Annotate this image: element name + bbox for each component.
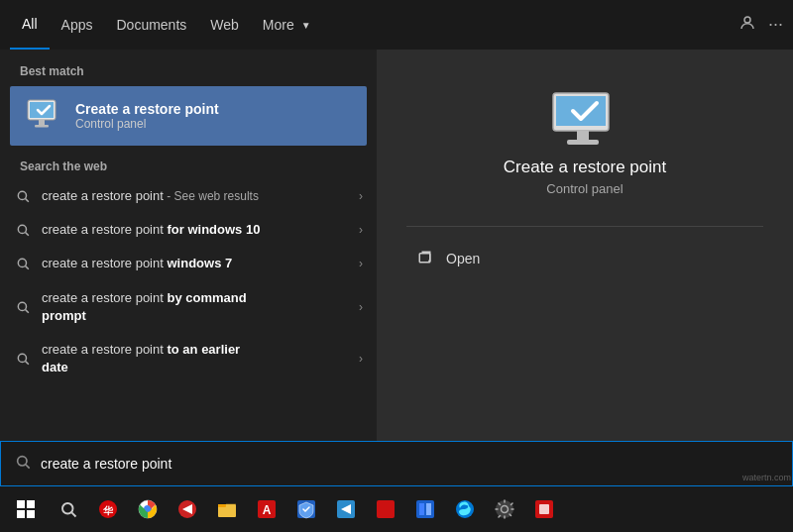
taskbar-security[interactable] xyxy=(287,490,325,528)
svg-point-28 xyxy=(62,503,73,514)
web-result-1[interactable]: create a restore point - See web results… xyxy=(0,179,377,213)
svg-rect-18 xyxy=(556,96,606,126)
best-match-sub: Control panel xyxy=(75,117,219,131)
web-result-text-1: create a restore point - See web results xyxy=(42,187,349,205)
web-section-title: Search the web xyxy=(0,146,377,179)
svg-rect-26 xyxy=(17,510,25,518)
svg-rect-24 xyxy=(17,500,25,508)
svg-rect-51 xyxy=(539,504,549,514)
chevron-right-2: › xyxy=(359,223,363,237)
taskbar-file-explorer[interactable] xyxy=(208,490,246,528)
taskbar-huawei[interactable]: 华 xyxy=(89,490,127,528)
best-match-item[interactable]: Create a restore point Control panel xyxy=(10,86,367,146)
svg-rect-21 xyxy=(419,254,430,263)
taskbar-edge[interactable] xyxy=(446,490,484,528)
svg-text:A: A xyxy=(263,503,272,517)
svg-line-13 xyxy=(26,309,29,312)
taskbar-chrome[interactable] xyxy=(129,490,167,528)
svg-point-12 xyxy=(18,302,26,310)
web-result-text-3: create a restore point windows 7 xyxy=(42,255,349,272)
svg-rect-3 xyxy=(30,102,54,118)
tab-web[interactable]: Web xyxy=(198,0,251,50)
start-button[interactable] xyxy=(4,490,48,528)
taskbar: 华 xyxy=(0,486,793,532)
svg-line-15 xyxy=(26,362,29,365)
web-result-5[interactable]: create a restore point to an earlierdate… xyxy=(0,333,377,384)
nav-tabs: All Apps Documents Web More ▼ ··· xyxy=(0,0,793,50)
restore-point-icon xyxy=(24,96,63,136)
svg-rect-46 xyxy=(426,503,431,515)
search-bar-icon xyxy=(15,454,31,474)
search-icon-2 xyxy=(14,221,32,239)
chevron-down-icon: ▼ xyxy=(301,20,311,31)
search-icon-5 xyxy=(14,350,32,368)
chevron-right-3: › xyxy=(359,257,363,270)
svg-line-7 xyxy=(26,199,29,202)
svg-point-10 xyxy=(18,260,26,267)
svg-rect-4 xyxy=(39,120,45,125)
right-app-sub: Control panel xyxy=(546,181,623,196)
search-bar-container xyxy=(0,441,793,486)
svg-rect-37 xyxy=(218,504,226,507)
svg-point-0 xyxy=(744,17,750,23)
open-icon xyxy=(416,249,436,268)
open-label: Open xyxy=(446,251,480,266)
taskbar-red-box[interactable] xyxy=(367,490,404,528)
svg-rect-20 xyxy=(567,140,599,145)
watermark: watertn.com xyxy=(742,473,791,482)
tab-all[interactable]: All xyxy=(10,0,50,50)
search-icon-3 xyxy=(14,255,32,272)
web-result-text-5: create a restore point to an earlierdate xyxy=(42,341,349,376)
web-result-3[interactable]: create a restore point windows 7 › xyxy=(0,247,377,280)
svg-rect-19 xyxy=(577,131,589,140)
taskbar-book[interactable] xyxy=(406,490,444,528)
best-match-text: Create a restore point Control panel xyxy=(75,101,219,131)
web-result-2[interactable]: create a restore point for windows 10 › xyxy=(0,213,377,247)
search-input[interactable] xyxy=(41,456,778,472)
best-match-name: Create a restore point xyxy=(75,101,219,117)
web-result-text-4: create a restore point by commandprompt xyxy=(42,289,349,325)
svg-rect-5 xyxy=(35,125,49,128)
tab-apps[interactable]: Apps xyxy=(50,0,105,50)
svg-line-11 xyxy=(26,266,29,269)
web-result-4[interactable]: create a restore point by commandprompt … xyxy=(0,281,377,333)
svg-point-8 xyxy=(18,226,26,234)
tab-documents[interactable]: Documents xyxy=(104,0,198,50)
chevron-right-5: › xyxy=(359,352,363,366)
taskbar-red-app-2[interactable] xyxy=(525,490,563,528)
svg-rect-45 xyxy=(419,503,424,515)
svg-rect-25 xyxy=(27,500,35,508)
svg-line-9 xyxy=(26,233,29,236)
divider xyxy=(406,226,763,227)
svg-line-29 xyxy=(71,512,75,516)
svg-point-22 xyxy=(18,457,27,466)
svg-rect-43 xyxy=(377,500,395,518)
right-app-name: Create a restore point xyxy=(504,158,666,177)
search-icon-4 xyxy=(14,298,32,316)
svg-point-14 xyxy=(18,354,26,362)
taskbar-arrow2[interactable] xyxy=(327,490,365,528)
person-icon[interactable] xyxy=(738,14,756,36)
taskbar-search-button[interactable] xyxy=(50,490,87,528)
svg-rect-44 xyxy=(416,500,434,518)
search-icon-1 xyxy=(14,187,32,205)
best-match-title: Best match xyxy=(0,64,377,86)
svg-line-23 xyxy=(26,465,30,469)
svg-point-6 xyxy=(18,191,26,199)
svg-text:华: 华 xyxy=(102,505,114,516)
chevron-right-1: › xyxy=(359,189,363,203)
taskbar-vpn[interactable] xyxy=(169,490,206,528)
open-action[interactable]: Open xyxy=(406,243,763,274)
chevron-right-4: › xyxy=(359,300,363,314)
svg-rect-27 xyxy=(27,510,35,518)
search-panel: All Apps Documents Web More ▼ ··· xyxy=(0,0,793,532)
more-options-icon[interactable]: ··· xyxy=(768,14,783,36)
taskbar-red-app[interactable]: A xyxy=(248,490,285,528)
taskbar-settings[interactable] xyxy=(486,490,523,528)
web-result-text-2: create a restore point for windows 10 xyxy=(42,221,349,239)
tab-more[interactable]: More ▼ xyxy=(251,0,323,50)
right-app-icon xyxy=(545,89,624,158)
